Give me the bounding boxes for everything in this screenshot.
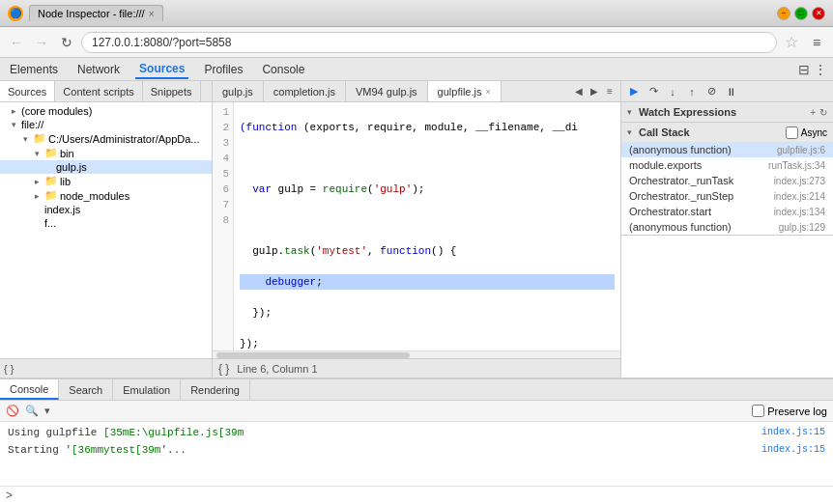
folder-icon: 📁 bbox=[44, 189, 58, 202]
call-location[interactable]: index.js:214 bbox=[774, 191, 825, 202]
console-tab-emulation[interactable]: Emulation bbox=[113, 379, 181, 400]
console-tab-console[interactable]: Console bbox=[0, 379, 59, 400]
call-stack-item[interactable]: Orchestrator._runStep index.js:214 bbox=[621, 188, 833, 204]
close-btn[interactable]: ✕ bbox=[812, 7, 825, 20]
nav-sources[interactable]: Sources bbox=[135, 60, 188, 79]
tree-item-f[interactable]: f... bbox=[0, 216, 212, 230]
tree-item-core-modules[interactable]: (core modules) bbox=[0, 104, 212, 118]
nav-profiles[interactable]: Profiles bbox=[200, 61, 246, 78]
triangle-icon bbox=[35, 177, 43, 186]
call-stack-item[interactable]: (anonymous function) gulp.js:129 bbox=[621, 219, 833, 235]
call-stack-item[interactable]: Orchestrator.start index.js:134 bbox=[621, 204, 833, 219]
code-content[interactable]: (function (exports, require, module, __f… bbox=[234, 102, 620, 350]
code-tab-close-btn[interactable]: × bbox=[485, 87, 490, 97]
tree-item-lib[interactable]: 📁 lib bbox=[0, 174, 212, 188]
reload-button[interactable]: ↻ bbox=[56, 32, 77, 53]
scrollbar-thumb[interactable] bbox=[216, 352, 410, 358]
prev-tab-btn[interactable]: ◀ bbox=[572, 85, 586, 98]
call-fn-name: module.exports bbox=[629, 159, 702, 171]
log-location[interactable]: index.js:15 bbox=[761, 424, 825, 441]
tree-item-index-js[interactable]: index.js bbox=[0, 203, 212, 216]
resume-btn[interactable]: ▶ bbox=[625, 83, 643, 100]
clear-console-btn[interactable]: 🚫 bbox=[6, 405, 19, 417]
preserve-log-checkbox[interactable] bbox=[752, 405, 764, 417]
step-out-btn[interactable]: ↑ bbox=[683, 83, 701, 100]
async-checkbox[interactable]: Async bbox=[786, 126, 827, 139]
tree-item-node-modules[interactable]: 📁 node_modules bbox=[0, 188, 212, 203]
code-area[interactable]: 1 2 3 4 5 6 7 8 (function (exports, requ… bbox=[213, 102, 620, 350]
triangle-icon bbox=[23, 134, 31, 144]
preserve-log-label: Preserve log bbox=[767, 406, 827, 417]
call-stack-item[interactable]: (anonymous function) gulpfile.js:6 bbox=[621, 142, 833, 157]
menu-button[interactable]: ≡ bbox=[806, 32, 827, 53]
code-tab-gulp[interactable]: gulp.js bbox=[213, 81, 264, 101]
code-line: gulp.task('mytest', function() { bbox=[240, 243, 615, 259]
address-bar[interactable] bbox=[81, 32, 777, 53]
tab-close-btn[interactable]: × bbox=[149, 9, 155, 19]
step-into-btn[interactable]: ↓ bbox=[664, 83, 681, 100]
back-button[interactable]: ← bbox=[6, 32, 27, 53]
code-tab-controls: ◀ ▶ ≡ bbox=[568, 85, 620, 98]
bookmark-button[interactable]: ☆ bbox=[781, 32, 802, 53]
forward-button[interactable]: → bbox=[31, 32, 52, 53]
watch-expressions-header[interactable]: Watch Expressions + ↻ bbox=[621, 102, 833, 122]
devtools-nav: Elements Network Sources Profiles Consol… bbox=[0, 58, 833, 81]
horizontal-scrollbar[interactable] bbox=[213, 350, 620, 358]
tab-list-btn[interactable]: ≡ bbox=[603, 85, 617, 98]
call-location[interactable]: gulpfile.js:6 bbox=[777, 145, 825, 155]
filter-btn[interactable]: 🔍 bbox=[25, 405, 39, 417]
call-stack-item[interactable]: module.exports runTask.js:34 bbox=[621, 157, 833, 173]
nav-console[interactable]: Console bbox=[258, 61, 308, 78]
tree-item-label: bin bbox=[60, 148, 74, 159]
preserve-log-container: Preserve log bbox=[752, 405, 827, 417]
next-tab-btn[interactable]: ▶ bbox=[588, 85, 601, 98]
refresh-watch-btn[interactable]: ↻ bbox=[819, 107, 827, 118]
file-tree: (core modules) file:// 📁 C:/Users/Admini… bbox=[0, 102, 212, 358]
settings-icon[interactable]: ⋮ bbox=[814, 62, 827, 77]
code-tab-vm94[interactable]: VM94 gulp.js bbox=[346, 81, 428, 101]
tree-item-file[interactable]: file:// bbox=[0, 118, 212, 131]
tree-item-bin[interactable]: 📁 bin bbox=[0, 146, 212, 160]
nav-elements[interactable]: Elements bbox=[6, 61, 62, 78]
tree-item-appdata[interactable]: 📁 C:/Users/Administrator/AppDa... bbox=[0, 131, 212, 146]
call-stack-item[interactable]: Orchestrator._runTask index.js:273 bbox=[621, 173, 833, 188]
call-location[interactable]: gulp.js:129 bbox=[779, 222, 825, 233]
tab-snippets[interactable]: Snippets bbox=[143, 81, 201, 101]
step-over-btn[interactable]: ↷ bbox=[645, 83, 662, 100]
code-tab-label: gulp.js bbox=[222, 86, 253, 98]
async-label: Async bbox=[801, 127, 827, 138]
prompt-symbol: > bbox=[6, 489, 13, 502]
call-location[interactable]: index.js:273 bbox=[774, 176, 825, 186]
left-panel: Sources Content scripts Snippets (core m… bbox=[0, 81, 213, 378]
deactivate-btn[interactable]: ⊘ bbox=[703, 83, 720, 100]
maximize-btn[interactable]: □ bbox=[794, 7, 808, 20]
log-location[interactable]: index.js:15 bbox=[761, 441, 825, 459]
code-tab-label: completion.js bbox=[273, 86, 335, 98]
filter-dropdown-btn[interactable]: ▾ bbox=[44, 405, 50, 417]
console-tab-search[interactable]: Search bbox=[59, 379, 113, 400]
call-location[interactable]: index.js:134 bbox=[774, 207, 825, 217]
code-tab-completion[interactable]: completion.js bbox=[264, 81, 346, 101]
minimize-btn[interactable]: − bbox=[777, 7, 790, 20]
nav-network[interactable]: Network bbox=[73, 61, 124, 78]
watch-expressions-title: Watch Expressions bbox=[639, 106, 806, 118]
devtools-body: Sources Content scripts Snippets (core m… bbox=[0, 81, 833, 504]
tree-item-label: lib bbox=[60, 176, 71, 187]
async-toggle[interactable] bbox=[786, 126, 798, 139]
call-location[interactable]: runTask.js:34 bbox=[768, 160, 825, 171]
tab-sources[interactable]: Sources bbox=[0, 81, 55, 101]
browser-tab[interactable]: Node Inspector - file:/// × bbox=[29, 5, 163, 21]
call-fn-name: Orchestrator._runTask bbox=[629, 175, 733, 186]
format-icon[interactable]: { } bbox=[218, 362, 229, 376]
browser-icon: 🔵 bbox=[8, 6, 23, 21]
pause-btn[interactable]: ⏸ bbox=[722, 83, 739, 100]
tree-item-gulp-js[interactable]: gulp.js bbox=[0, 160, 212, 174]
tab-content-scripts[interactable]: Content scripts bbox=[55, 81, 142, 101]
call-stack-header[interactable]: Call Stack Async bbox=[621, 123, 833, 142]
console-tab-rendering[interactable]: Rendering bbox=[181, 379, 250, 400]
code-tab-gulpfile[interactable]: gulpfile.js × bbox=[428, 81, 502, 101]
tab-title: Node Inspector - file:/// bbox=[38, 8, 145, 19]
dock-icon[interactable]: ⊟ bbox=[798, 62, 810, 77]
console-input[interactable] bbox=[16, 490, 827, 501]
add-watch-btn[interactable]: + bbox=[810, 107, 816, 118]
